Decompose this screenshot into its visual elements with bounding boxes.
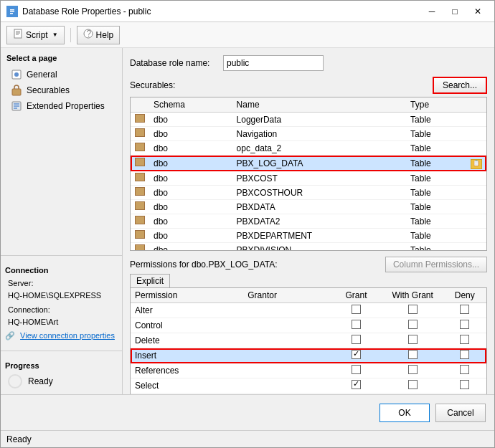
toolbar: Script ▼ ? Help bbox=[1, 22, 494, 48]
ok-button[interactable]: OK bbox=[380, 404, 430, 422]
help-label: Help bbox=[96, 30, 114, 40]
perm-col-with-grant: With Grant bbox=[382, 288, 443, 303]
window-icon bbox=[6, 6, 18, 17]
col-schema-header: Schema bbox=[149, 97, 232, 113]
permission-row[interactable]: Control bbox=[131, 318, 486, 333]
checkbox[interactable] bbox=[408, 320, 418, 329]
checkbox[interactable] bbox=[460, 335, 469, 344]
checkbox[interactable] bbox=[408, 335, 418, 344]
table-row[interactable]: dbo LoggerData Table bbox=[131, 113, 486, 127]
permission-row[interactable]: Select bbox=[131, 378, 486, 394]
extended-properties-icon bbox=[11, 100, 22, 112]
sidebar-divider-1 bbox=[1, 255, 122, 256]
col-icon-header bbox=[131, 97, 149, 113]
checkbox[interactable] bbox=[460, 380, 469, 389]
bottom-bar: OK Cancel bbox=[1, 394, 494, 430]
table-row[interactable]: dbo PBXDATA2 Table bbox=[131, 214, 486, 229]
permission-row[interactable]: Insert bbox=[131, 348, 486, 363]
checkbox[interactable] bbox=[352, 305, 361, 314]
checkbox[interactable] bbox=[352, 365, 361, 374]
sidebar-item-extended-properties[interactable]: Extended Properties bbox=[5, 98, 118, 114]
table-row[interactable]: dbo PBXDIVISION Table bbox=[131, 243, 486, 252]
table-row[interactable]: dbo opc_data_2 Table bbox=[131, 141, 486, 156]
svg-rect-1 bbox=[10, 9, 14, 11]
script-button[interactable]: Script ▼ bbox=[6, 26, 65, 44]
progress-title: Progress bbox=[5, 361, 118, 370]
svg-text:?: ? bbox=[86, 29, 91, 39]
main-window: Database Role Properties - public ─ □ ✕ … bbox=[0, 0, 495, 448]
script-label: Script bbox=[26, 30, 48, 40]
status-bar: Ready bbox=[1, 430, 494, 447]
connection-section: Connection Server: HQ-HOME\SQLEXPRESS Co… bbox=[1, 260, 122, 346]
cancel-button[interactable]: Cancel bbox=[435, 404, 486, 422]
server-value: HQ-HOME\SQLEXPRESS bbox=[5, 290, 118, 302]
checkbox[interactable] bbox=[408, 305, 418, 314]
page-select-section: Select a page General Securables bbox=[1, 48, 122, 117]
general-label: General bbox=[27, 70, 57, 80]
checkbox[interactable] bbox=[352, 350, 361, 359]
progress-status: Ready bbox=[28, 376, 53, 386]
explicit-tab[interactable]: Explicit bbox=[130, 274, 487, 287]
permissions-section: Permissions for dbo.PBX_LOG_DATA: Column… bbox=[130, 257, 487, 394]
svg-rect-2 bbox=[10, 11, 14, 12]
window-title: Database Role Properties - public bbox=[22, 6, 421, 16]
title-bar-buttons: ─ □ ✕ bbox=[421, 4, 489, 19]
status-text: Ready bbox=[6, 434, 32, 444]
view-connection-link[interactable]: View connection properties bbox=[17, 331, 115, 340]
checkbox[interactable] bbox=[352, 380, 361, 389]
server-label-text: Server: bbox=[5, 277, 118, 290]
checkbox[interactable] bbox=[352, 320, 361, 329]
table-row[interactable]: dbo Navigation Table bbox=[131, 127, 486, 141]
table-row[interactable]: dbo PBX_LOG_DATA Table 📋 bbox=[131, 156, 486, 171]
col-name-header: Name bbox=[232, 97, 407, 113]
explicit-tab-label: Explicit bbox=[130, 274, 170, 287]
minimize-button[interactable]: ─ bbox=[421, 4, 443, 19]
maximize-button[interactable]: □ bbox=[444, 4, 466, 19]
help-icon: ? bbox=[83, 29, 93, 41]
sidebar: Select a page General Securables bbox=[1, 48, 123, 394]
role-name-row: Database role name: bbox=[130, 55, 487, 71]
checkbox[interactable] bbox=[352, 335, 361, 344]
script-icon bbox=[13, 29, 23, 41]
securables-section-label: Securables: bbox=[130, 80, 175, 90]
perm-col-grantor: Grantor bbox=[243, 288, 330, 303]
extended-properties-label: Extended Properties bbox=[27, 101, 105, 111]
permission-row[interactable]: Alter bbox=[131, 303, 486, 318]
permissions-label: Permissions for dbo.PBX_LOG_DATA: bbox=[130, 259, 278, 270]
content-area: Database role name: Securables: Search..… bbox=[123, 48, 494, 394]
permissions-table-container[interactable]: Permission Grantor Grant With Grant Deny… bbox=[130, 287, 487, 394]
table-row[interactable]: dbo PBXDEPARTMENT Table bbox=[131, 229, 486, 243]
column-permissions-button[interactable]: Column Permissions... bbox=[385, 257, 487, 272]
sidebar-item-general[interactable]: General bbox=[5, 67, 118, 82]
col-extra-header bbox=[466, 97, 486, 113]
checkbox[interactable] bbox=[460, 320, 469, 329]
table-row[interactable]: dbo PBXDATA Table bbox=[131, 200, 486, 214]
permission-row[interactable]: References bbox=[131, 363, 486, 378]
checkbox[interactable] bbox=[460, 365, 469, 374]
select-page-label: Select a page bbox=[5, 54, 118, 62]
table-row[interactable]: dbo PBXCOSTHOUR Table bbox=[131, 186, 486, 200]
progress-indicator: Ready bbox=[5, 374, 118, 389]
checkbox[interactable] bbox=[408, 380, 418, 389]
col-type-header: Type bbox=[406, 97, 466, 113]
checkbox[interactable] bbox=[460, 350, 469, 359]
progress-spinner bbox=[8, 374, 22, 389]
perm-col-deny: Deny bbox=[443, 288, 486, 303]
svg-rect-3 bbox=[10, 13, 13, 14]
close-button[interactable]: ✕ bbox=[467, 4, 489, 19]
securables-table-container[interactable]: Schema Name Type dbo LoggerData Table db… bbox=[130, 97, 487, 251]
search-button[interactable]: Search... bbox=[433, 77, 487, 94]
checkbox[interactable] bbox=[408, 365, 418, 374]
main-area: Select a page General Securables bbox=[1, 48, 494, 394]
connection-link-icon: 🔗 bbox=[5, 331, 17, 340]
checkbox[interactable] bbox=[408, 350, 418, 359]
permissions-header: Permissions for dbo.PBX_LOG_DATA: Column… bbox=[130, 257, 487, 272]
checkbox[interactable] bbox=[460, 305, 469, 314]
role-name-input[interactable] bbox=[223, 55, 324, 71]
svg-rect-12 bbox=[12, 89, 21, 95]
connection-title: Connection bbox=[5, 266, 118, 275]
help-button[interactable]: ? Help bbox=[77, 26, 121, 44]
table-row[interactable]: dbo PBXCOST Table bbox=[131, 171, 486, 186]
sidebar-item-securables[interactable]: Securables bbox=[5, 82, 118, 98]
permission-row[interactable]: Delete bbox=[131, 333, 486, 348]
